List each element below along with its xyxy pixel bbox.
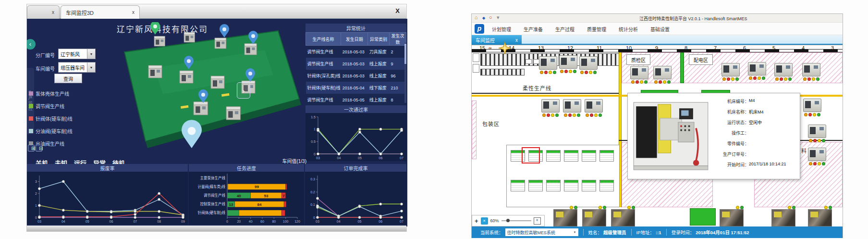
machine-thumbnail[interactable] [808,209,832,226]
machine-status-dots [560,70,576,73]
factory-map-canvas[interactable]: 质检区 配电区 柔性生产线 包装区 原料、废料 原料、废料 [472,52,843,226]
machine-icon[interactable] [802,63,820,76]
quality-area-box: 质检区 [626,54,650,65]
machine-thumbnail[interactable] [771,209,795,226]
svg-text:05: 05 [358,156,362,160]
home-icon[interactable]: ⌂ [475,14,478,20]
shelf-icon[interactable] [511,180,525,191]
app-icon[interactable]: ◆ [482,16,485,20]
tab-workshop-3d[interactable]: 车间监控3D x [61,5,140,19]
machine-icon[interactable] [653,66,672,79]
machine-icon[interactable] [226,107,240,120]
menu-item-统计分析[interactable]: 统计分析 [619,25,638,33]
forward-button[interactable]: › [237,82,250,99]
machine-icon[interactable] [774,63,793,76]
table-row[interactable]: 调节阀生产线2018-05-05线上报废8 [306,94,406,106]
layer-view-button[interactable]: ⊟ [36,145,42,151]
zoom-slider-knob[interactable] [506,219,510,222]
machine-field-value: M4 [749,98,755,104]
shelf-icon[interactable] [564,180,578,191]
table-cell: 2018-05-03 [341,46,368,58]
shelf-icon[interactable] [564,150,578,162]
shelf-icon[interactable] [582,180,596,191]
status-dot [722,77,726,81]
tab-close-icon[interactable]: x [132,10,134,15]
map-pin-large-icon[interactable] [182,120,202,148]
map-pin-green-icon[interactable] [150,22,160,35]
svg-text:0: 0 [314,152,316,156]
menu-item-质量管理[interactable]: 质量管理 [587,25,606,33]
tab-close-icon[interactable]: x [515,38,518,43]
menu-item-生产准备[interactable]: 生产准备 [524,25,543,33]
shelf-icon[interactable] [582,150,596,162]
table-scrollbar[interactable] [404,43,406,103]
zoom-slider[interactable] [501,220,531,221]
machine-icon[interactable] [563,99,581,113]
table-row[interactable]: 针阀体(硬车削)线2018-05-04线下报废210 [306,82,406,94]
machine-icon[interactable] [215,38,226,49]
table-row[interactable]: 针阀体(深孔类)线2018-05-03线上报废96 [306,70,406,82]
shelf-icon[interactable] [599,150,614,162]
machine-icon[interactable] [808,148,826,161]
machine-field-label: 机床编号： [714,98,749,104]
shelf-icon[interactable] [528,180,543,191]
grid-view-button[interactable]: ⊞ [28,145,35,151]
machine-icon[interactable] [211,76,224,88]
power-icon[interactable]: ○ [489,14,492,20]
svg-text:05: 05 [86,220,89,223]
menu-item-生产过程[interactable]: 生产过程 [555,25,575,33]
machine-icon[interactable] [579,56,598,70]
system-select[interactable]: 佳时特数控高敏MES系统 ▼ [505,228,578,236]
status-dot [549,71,552,74]
machine-icon[interactable] [808,125,826,138]
zoom-in-button[interactable]: + [534,217,541,225]
chevron-down-icon[interactable]: ▼ [574,231,576,234]
machine-icon[interactable] [539,56,557,70]
shelf-icon[interactable] [599,180,614,191]
machine-icon[interactable] [559,55,577,69]
machine-thumbnail[interactable] [720,209,744,226]
query-button[interactable]: 查询 [54,74,82,83]
shelf-icon[interactable] [546,150,561,162]
window-close-button[interactable]: X [395,7,400,14]
table-cell: 刀具报废 [368,46,390,58]
machine-thumbnail[interactable] [611,209,635,226]
machine-fields: 机床编号：M4机床名称：机床M4运行状态：空闲中操作工：零件编号：生产订单号：开… [714,98,797,172]
pan-icon[interactable]: + [475,217,478,225]
status-dot [599,113,602,117]
machine-icon[interactable] [154,36,165,46]
menu-item-计划管理[interactable]: 计划管理 [492,25,511,33]
machine-icon[interactable] [748,62,766,75]
shelf-icon[interactable] [546,180,561,191]
machine-icon[interactable] [194,102,208,115]
machine-icon[interactable] [184,32,195,42]
table-row[interactable]: 调节阀生产线2018-05-03线上报废9 [306,58,406,70]
machine-icon[interactable] [180,71,193,83]
machine-icon[interactable] [541,99,560,113]
machine-icon[interactable] [630,66,648,79]
more-icon[interactable]: ▾ [497,14,500,21]
svg-text:0.3: 0.3 [310,177,315,181]
table-row[interactable]: 调节阀生产线2018-05-03刀具报废2 [306,46,406,58]
machine-icon[interactable] [245,44,257,55]
back-button[interactable]: ‹ [27,39,36,50]
scene-3d-view[interactable] [82,22,308,159]
order-completion-panel: 订单完成率 00.10.20.30304050607 [305,164,406,225]
close-tool-button[interactable]: × [481,217,488,225]
map-pin-icon[interactable] [220,24,229,38]
tab-close-icon[interactable]: x [52,10,54,15]
machine-icon[interactable] [721,63,740,76]
svg-text:1.5: 1.5 [311,115,316,119]
brand-logo[interactable]: p [475,24,484,34]
machine-thumbnail[interactable] [582,209,606,226]
menu-item-基础设置[interactable]: 基础设置 [650,25,670,33]
login-time-value: 2018年04月01日 17:51:52 [696,229,749,236]
tab-product-monitor[interactable]: x [27,5,60,19]
status-dot [784,77,787,81]
machine-icon[interactable] [803,99,821,112]
machine-icon[interactable] [148,65,162,78]
tab-workshop-monitor[interactable]: 车间监控 x [472,35,522,45]
machine-icon[interactable] [585,99,603,113]
machine-thumbnail[interactable] [553,209,577,226]
status-dot [644,80,648,84]
